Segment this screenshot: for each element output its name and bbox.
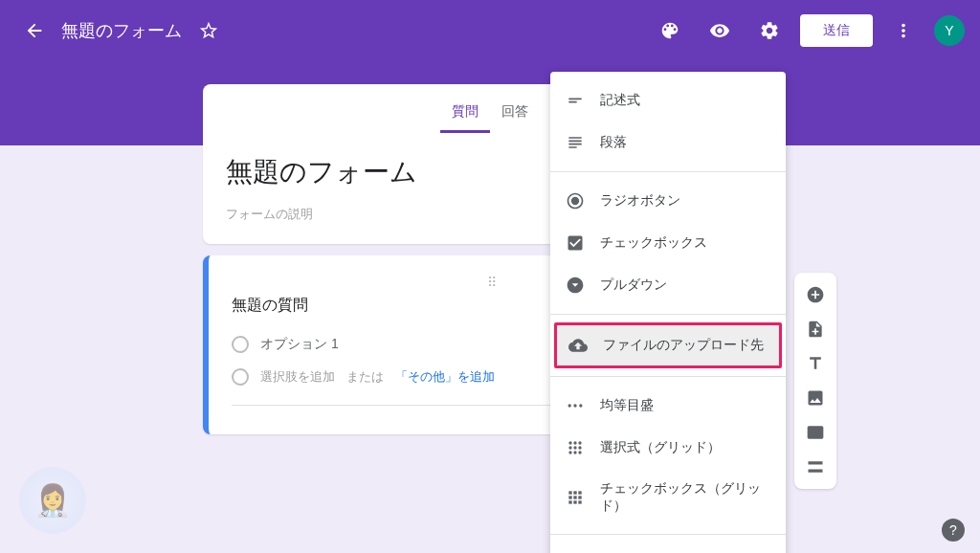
menu-label: 均等目盛 — [600, 397, 654, 414]
question-type-menu: 記述式 段落 ラジオボタン チェックボックス プルダウン ファイルのアップロード… — [550, 72, 786, 553]
menu-checkbox[interactable]: チェックボックス — [550, 222, 786, 264]
palette-button[interactable] — [651, 11, 689, 50]
add-option-link[interactable]: 選択肢を追加 — [260, 368, 335, 386]
svg-point-10 — [568, 451, 571, 453]
menu-label: プルダウン — [600, 276, 667, 294]
svg-point-4 — [568, 441, 571, 444]
checkbox-icon — [566, 233, 585, 253]
svg-point-6 — [578, 441, 581, 444]
grid-icon — [566, 438, 585, 457]
svg-rect-15 — [578, 491, 581, 494]
radio-icon — [566, 191, 585, 210]
menu-label: 選択式（グリッド） — [600, 439, 721, 456]
settings-button[interactable] — [750, 11, 789, 50]
radio-icon — [232, 368, 249, 386]
grid-checkbox-icon — [566, 488, 585, 507]
menu-label: 段落 — [600, 134, 627, 151]
add-section-button[interactable] — [794, 451, 836, 483]
tab-responses[interactable]: 回答 — [490, 96, 540, 133]
app-header: 無題のフォーム 送信 Y — [0, 0, 980, 61]
menu-file-upload[interactable]: ファイルのアップロード先 — [554, 322, 782, 368]
option-text[interactable]: オプション 1 — [260, 336, 339, 353]
cloud-upload-icon — [568, 336, 588, 355]
add-video-button[interactable] — [794, 416, 836, 449]
linear-scale-icon — [566, 396, 585, 415]
radio-icon — [232, 336, 249, 353]
help-button[interactable]: ? — [942, 519, 965, 542]
menu-label: ファイルのアップロード先 — [603, 337, 764, 354]
menu-short-answer[interactable]: 記述式 — [550, 79, 786, 122]
menu-date[interactable]: 日付 — [550, 542, 786, 553]
svg-point-8 — [573, 446, 576, 449]
send-button[interactable]: 送信 — [800, 14, 873, 47]
svg-point-12 — [578, 451, 581, 453]
menu-divider — [550, 534, 786, 535]
add-question-button[interactable] — [794, 278, 836, 311]
paragraph-icon — [566, 133, 585, 152]
menu-label: チェックボックス — [600, 234, 707, 252]
svg-point-0 — [571, 197, 579, 205]
svg-point-2 — [573, 404, 576, 407]
question-title[interactable]: 無題の質問 — [232, 296, 308, 316]
menu-label: 記述式 — [600, 92, 640, 109]
user-avatar[interactable]: Y — [934, 15, 965, 46]
mascot-avatar: 👩‍⚕️ — [19, 467, 86, 534]
short-text-icon — [566, 91, 585, 110]
add-other-link[interactable]: 「その他」を追加 — [395, 368, 495, 386]
side-toolbar — [794, 273, 836, 489]
or-text: または — [346, 368, 384, 386]
svg-rect-16 — [568, 496, 571, 498]
menu-divider — [550, 171, 786, 172]
more-button[interactable] — [884, 11, 923, 50]
menu-grid-checkbox[interactable]: チェックボックス（グリッド） — [550, 469, 786, 526]
import-questions-button[interactable] — [794, 313, 836, 345]
menu-label: チェックボックス（グリッド） — [600, 480, 770, 515]
svg-point-9 — [578, 446, 581, 449]
menu-label: ラジオボタン — [600, 192, 680, 210]
menu-dropdown[interactable]: プルダウン — [550, 264, 786, 306]
svg-rect-17 — [573, 496, 576, 498]
svg-rect-21 — [578, 500, 581, 503]
star-button[interactable] — [189, 11, 228, 50]
svg-rect-20 — [573, 500, 576, 503]
svg-rect-13 — [568, 491, 571, 494]
svg-point-11 — [573, 451, 576, 453]
dropdown-icon — [566, 276, 585, 295]
menu-paragraph[interactable]: 段落 — [550, 122, 786, 164]
svg-rect-19 — [568, 500, 571, 503]
menu-radio[interactable]: ラジオボタン — [550, 180, 786, 222]
svg-rect-14 — [573, 491, 576, 494]
svg-rect-18 — [578, 496, 581, 498]
back-button[interactable] — [15, 11, 54, 50]
menu-linear-scale[interactable]: 均等目盛 — [550, 385, 786, 427]
preview-button[interactable] — [701, 11, 739, 50]
form-title-header[interactable]: 無題のフォーム — [61, 19, 182, 42]
svg-point-3 — [579, 404, 582, 407]
svg-point-1 — [568, 404, 571, 407]
add-title-button[interactable] — [794, 347, 836, 380]
add-image-button[interactable] — [794, 382, 836, 414]
menu-divider — [550, 314, 786, 315]
svg-point-7 — [568, 446, 571, 449]
svg-point-5 — [573, 441, 576, 444]
tab-questions[interactable]: 質問 — [440, 96, 490, 133]
menu-divider — [550, 376, 786, 377]
menu-grid-choice[interactable]: 選択式（グリッド） — [550, 427, 786, 469]
